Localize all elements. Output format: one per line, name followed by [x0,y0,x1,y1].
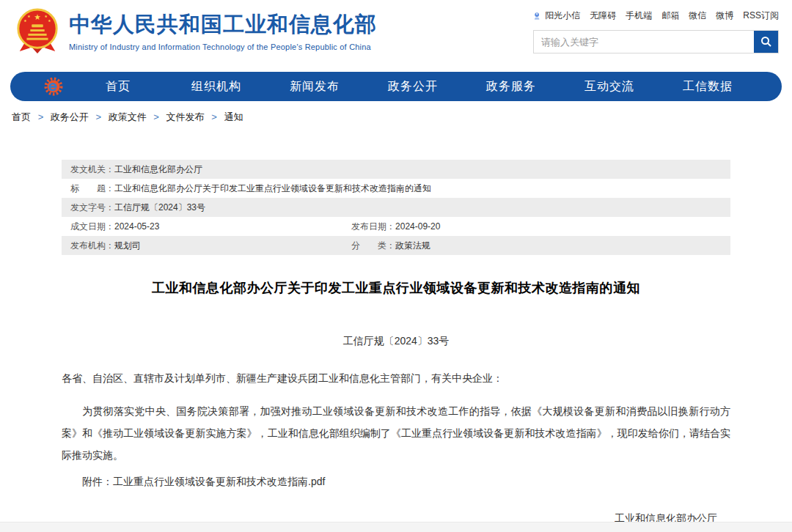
footer-strip [0,522,792,532]
meta-value: 2024-05-23 [114,217,159,236]
breadcrumb-notice[interactable]: 通知 [224,111,243,122]
breadcrumb-policy-docs[interactable]: 政策文件 [109,111,147,122]
link-weibo[interactable]: 微博 [716,10,733,22]
breadcrumb-gov-open[interactable]: 政务公开 [51,111,89,122]
svg-text:★: ★ [34,12,41,21]
meta-label: 发文机关： [62,160,114,179]
meta-value: 规划司 [114,236,141,255]
meta-value: 工业和信息化部办公厅 [114,160,202,179]
attachment-label: 附件： [82,476,113,487]
meta-row-issuing-agency: 发文机关： 工业和信息化部办公厅 [62,160,730,179]
national-emblem-icon: ★ ★ ★ ★ ★ [15,7,60,54]
breadcrumb-separator: > [38,111,44,122]
meta-label: 成文日期： [62,217,114,236]
svg-text:★: ★ [27,15,31,18]
breadcrumb: 首页 > 政务公开 > 政策文件 > 文件发布 > 通知 [12,111,792,124]
meta-value: 2024-09-20 [395,217,440,236]
meta-row-dates: 成文日期： 2024-05-23 发布日期： 2024-09-20 [62,217,730,236]
link-mail[interactable]: 邮箱 [661,10,679,22]
top-utility-links: 阳光小信 无障碍 手机端 邮箱 微信 微博 RSS订阅 [533,10,779,22]
breadcrumb-separator: > [95,111,101,122]
svg-text:★: ★ [48,19,51,23]
link-wechat[interactable]: 微信 [689,10,706,22]
link-rss[interactable]: RSS订阅 [743,10,779,22]
site-subtitle: Ministry of Industry and Information Tec… [69,43,377,51]
meta-value: 工信厅规〔2024〕33号 [114,198,205,217]
meta-label: 发布日期： [342,217,395,236]
site-header: ★ ★ ★ ★ ★ 中华人民共和国工业和信息化部 Ministry of Ind… [0,0,792,67]
nav-item-organization[interactable]: 组织机构 [167,79,265,95]
breadcrumb-doc-release[interactable]: 文件发布 [166,111,205,122]
link-mobile[interactable]: 手机端 [626,10,652,22]
nav-item-data[interactable]: 工信数据 [659,79,757,95]
svg-text:★: ★ [44,15,48,18]
nav-item-gov-open[interactable]: 政务公开 [364,79,462,95]
breadcrumb-separator: > [153,111,159,122]
document-meta-table: 发文机关： 工业和信息化部办公厅 标 题： 工业和信息化部办公厅关于印发工业重点… [62,160,730,255]
meta-value: 政策法规 [395,236,430,255]
nav-item-interaction[interactable]: 互动交流 [560,79,659,95]
search-input[interactable] [534,31,754,53]
site-title: 中华人民共和国工业和信息化部 [69,10,377,40]
meta-label: 发布机构： [62,236,114,255]
meta-label: 分 类： [342,236,395,255]
link-sunshine-service[interactable]: 阳光小信 [545,10,580,22]
meta-row-publisher-category: 发布机构： 规划司 分 类： 政策法规 [62,236,730,255]
meta-value: 工业和信息化部办公厅关于印发工业重点行业领域设备更新和技术改造指南的通知 [114,179,431,198]
meta-row-title: 标 题： 工业和信息化部办公厅关于印发工业重点行业领域设备更新和技术改造指南的通… [62,179,730,198]
article-title: 工业和信息化部办公厅关于印发工业重点行业领域设备更新和技术改造指南的通知 [62,279,730,297]
article-salutation: 各省、自治区、直辖市及计划单列市、新疆生产建设兵团工业和信息化主管部门，有关中央… [62,372,730,385]
site-logo-link[interactable]: ★ ★ ★ ★ ★ 中华人民共和国工业和信息化部 Ministry of Ind… [15,7,377,54]
search-button[interactable] [754,31,778,53]
link-accessibility[interactable]: 无障碍 [590,10,616,22]
nav-item-news[interactable]: 新闻发布 [265,79,364,95]
search-icon [760,36,772,48]
miit-gear-logo-icon[interactable] [44,77,63,96]
breadcrumb-home[interactable]: 首页 [12,111,31,122]
article-doc-number: 工信厅规〔2024〕33号 [62,335,730,348]
main-nav: 首页 组织机构 新闻发布 政务公开 政务服务 互动交流 工信数据 [10,72,782,101]
nav-item-home[interactable]: 首页 [69,79,167,95]
meta-label: 标 题： [62,179,114,198]
mascot-icon [533,10,540,22]
svg-text:★: ★ [23,19,27,23]
article-container: 发文机关： 工业和信息化部办公厅 标 题： 工业和信息化部办公厅关于印发工业重点… [62,160,730,532]
article-paragraph: 为贯彻落实党中央、国务院决策部署，加强对推动工业领域设备更新和技术改造工作的指导… [62,400,730,466]
meta-label: 发文字号： [62,198,114,217]
nav-item-gov-service[interactable]: 政务服务 [462,79,560,95]
attachment-pdf-link[interactable]: 工业重点行业领域设备更新和技术改造指南.pdf [113,476,325,487]
attachment-line: 附件：工业重点行业领域设备更新和技术改造指南.pdf [62,476,730,489]
meta-row-doc-number: 发文字号： 工信厅规〔2024〕33号 [62,198,730,217]
search-box [533,30,779,53]
breadcrumb-separator: > [211,111,217,122]
